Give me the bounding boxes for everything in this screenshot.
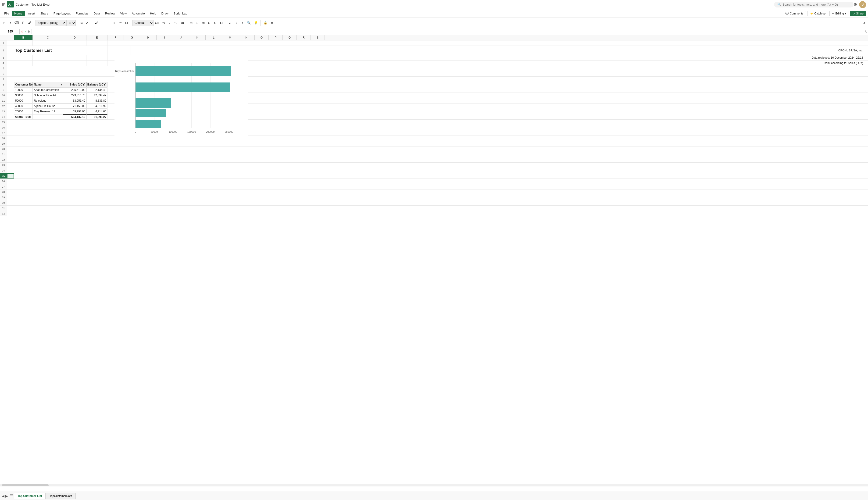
cell-sales-1[interactable]: 225,613.00: [63, 87, 87, 92]
cell-row24-rest[interactable]: [14, 168, 868, 173]
clear-button[interactable]: ⌫: [13, 20, 20, 26]
conditional-format-button[interactable]: ▤: [188, 20, 194, 26]
menu-draw[interactable]: Draw: [159, 11, 171, 16]
header-sales[interactable]: Sales (LCY): [63, 82, 87, 87]
cell-a2[interactable]: [7, 46, 14, 55]
cell-e2[interactable]: [131, 46, 154, 55]
cell-row21-rest[interactable]: [14, 152, 868, 157]
number-format-select[interactable]: General: [133, 20, 153, 26]
cell-name-1[interactable]: Adatum Corporation: [33, 87, 63, 92]
spreadsheet-title[interactable]: Top Customer List: [14, 46, 107, 55]
col-header-m[interactable]: M: [222, 35, 238, 40]
cell-no-3[interactable]: 50000: [14, 98, 33, 103]
menu-home[interactable]: Home: [12, 11, 25, 16]
cell-row23-rest[interactable]: [14, 163, 868, 168]
cell-a22[interactable]: [7, 157, 14, 162]
cell-a19[interactable]: [7, 141, 14, 146]
cell-a14[interactable]: [7, 114, 14, 120]
col-header-n[interactable]: N: [238, 35, 255, 40]
col-header-r[interactable]: R: [297, 35, 311, 40]
cell-a12[interactable]: [7, 103, 14, 109]
cell-d3[interactable]: [63, 55, 87, 60]
cell-d1[interactable]: [63, 41, 87, 46]
cell-row20-rest[interactable]: [14, 147, 868, 152]
cell-no-2[interactable]: 30000: [14, 93, 33, 98]
cell-name-2[interactable]: School of Fine Art: [33, 93, 63, 98]
menu-automate[interactable]: Automate: [129, 11, 147, 16]
function-icon[interactable]: fx: [28, 30, 31, 33]
bold-button[interactable]: B: [79, 20, 84, 26]
ideas-button[interactable]: 💡: [253, 20, 259, 26]
search-bar[interactable]: 🔍: [774, 2, 854, 8]
cell-b1[interactable]: [14, 41, 33, 46]
menu-help[interactable]: Help: [148, 11, 159, 16]
cell-a1[interactable]: [7, 41, 14, 46]
user-avatar[interactable]: U: [859, 1, 866, 8]
cell-a17[interactable]: [7, 130, 14, 136]
wrap-text-button[interactable]: ⇐: [118, 20, 123, 26]
delete-cells-button[interactable]: ⊖: [213, 20, 218, 26]
cell-a9[interactable]: [7, 87, 14, 92]
cell-a3[interactable]: [7, 55, 14, 60]
cell-name-4[interactable]: Alpine Ski House: [33, 103, 63, 109]
cell-a16[interactable]: [7, 125, 14, 130]
cell-a18[interactable]: [7, 136, 14, 141]
cell-a21[interactable]: [7, 152, 14, 157]
comma-button[interactable]: ,: [167, 20, 172, 26]
more-styles-button[interactable]: ···: [103, 20, 108, 26]
col-header-o[interactable]: O: [255, 35, 269, 40]
cell-a4[interactable]: [7, 60, 14, 66]
cell-c1[interactable]: [33, 41, 63, 46]
cell-name-3[interactable]: Relecloud: [33, 98, 63, 103]
col-header-s[interactable]: S: [311, 35, 325, 40]
percent-button[interactable]: %: [161, 20, 167, 26]
col-header-a[interactable]: [7, 35, 14, 40]
cell-row27-rest[interactable]: [14, 184, 868, 189]
cell-no-5[interactable]: 20000: [14, 109, 33, 114]
cell-balance-3[interactable]: 8,836.80: [87, 98, 107, 103]
cell-sales-5[interactable]: 59,793.00: [63, 109, 87, 114]
menu-data[interactable]: Data: [91, 11, 102, 16]
col-header-h[interactable]: H: [140, 35, 157, 40]
cell-b4[interactable]: [14, 60, 33, 66]
col-header-j[interactable]: J: [173, 35, 189, 40]
cell-styles-button[interactable]: ▦: [201, 20, 206, 26]
cell-a8[interactable]: [7, 82, 14, 87]
cell-a20[interactable]: [7, 147, 14, 152]
formula-expand-icon[interactable]: ∧: [864, 29, 867, 34]
catch-up-button[interactable]: ⚡ Catch up: [807, 11, 828, 16]
menu-review[interactable]: Review: [103, 11, 117, 16]
font-size-select[interactable]: 11: [66, 20, 76, 26]
cell-balance-5[interactable]: 4,214.60: [87, 109, 107, 114]
col-header-l[interactable]: L: [206, 35, 222, 40]
col-header-c[interactable]: C: [33, 35, 63, 40]
col-header-e[interactable]: E: [87, 35, 107, 40]
cell-a30[interactable]: [7, 200, 14, 205]
cell-no-4[interactable]: 40000: [14, 103, 33, 109]
cell-a24[interactable]: [7, 168, 14, 173]
redo-button[interactable]: ↪: [7, 20, 13, 26]
grid-container[interactable]: 1 2 Top Customer List CRONUS USA, Inc. 3: [0, 41, 868, 484]
cell-sales-4[interactable]: 71,453.00: [63, 103, 87, 109]
cell-c3[interactable]: [33, 55, 63, 60]
insert-cells-button[interactable]: ⊕: [207, 20, 212, 26]
cell-grand-total-balance[interactable]: 61,898.27: [87, 114, 107, 120]
header-name[interactable]: Name ▾: [33, 82, 63, 87]
cell-balance-4[interactable]: 4,316.92: [87, 103, 107, 109]
cell-a28[interactable]: [7, 190, 14, 195]
color-scale-button[interactable]: ▦: [269, 20, 275, 26]
font-name-select[interactable]: Segoe UI (Body): [35, 20, 66, 26]
header-customer-no[interactable]: Customer No ▾: [14, 82, 33, 87]
comments-button[interactable]: 💬 Comments: [783, 11, 806, 16]
header-balance[interactable]: Balance (LCY): [87, 82, 107, 87]
col-header-f[interactable]: F: [107, 35, 124, 40]
cell-a32[interactable]: [7, 211, 14, 216]
menu-share[interactable]: Share: [38, 11, 51, 16]
cell-row32-rest[interactable]: [14, 211, 868, 216]
cell-sales-2[interactable]: 223,316.70: [63, 93, 87, 98]
sort-button[interactable]: ↕: [239, 20, 245, 26]
increase-decimal-button[interactable]: ↑0: [173, 20, 179, 26]
menu-script-lab[interactable]: Script Lab: [171, 11, 190, 16]
menu-view[interactable]: View: [118, 11, 129, 16]
cell-grand-total-sales[interactable]: 664,132.10: [63, 114, 87, 120]
